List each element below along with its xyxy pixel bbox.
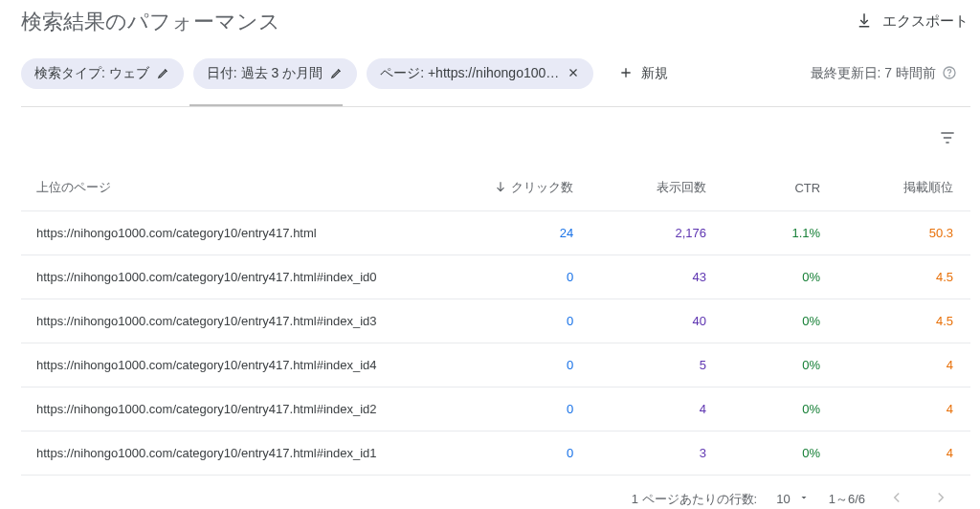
cell-ctr: 0% <box>724 387 837 432</box>
cell-impressions: 40 <box>590 299 724 343</box>
col-header-position[interactable]: 掲載順位 <box>837 165 970 211</box>
cell-impressions: 5 <box>590 343 724 387</box>
search-type-chip[interactable]: 検索タイプ: ウェブ <box>21 58 184 89</box>
page-title: 検索結果のパフォーマンス <box>21 8 280 36</box>
performance-table: 上位のページ クリック数 表示回数 CTR <box>21 165 970 476</box>
pencil-icon <box>330 66 344 82</box>
cell-impressions: 3 <box>590 432 724 476</box>
cell-clicks: 0 <box>457 255 590 299</box>
cell-page[interactable]: https://nihongo1000.com/category10/entry… <box>21 299 457 343</box>
rows-per-page-value: 10 <box>776 492 790 506</box>
filter-icon[interactable] <box>932 122 963 157</box>
page-filter-label: ページ: +https://nihongo100… <box>380 65 559 82</box>
cell-clicks: 0 <box>457 299 590 343</box>
prev-page-button[interactable] <box>884 485 909 509</box>
cell-ctr: 0% <box>724 343 837 387</box>
table-row[interactable]: https://nihongo1000.com/category10/entry… <box>21 387 970 432</box>
export-button[interactable]: エクスポート <box>854 6 970 37</box>
plus-icon <box>618 65 634 83</box>
cell-clicks: 0 <box>457 343 590 387</box>
cell-position: 4.5 <box>837 255 970 299</box>
next-page-button[interactable] <box>928 485 953 509</box>
date-range-chip[interactable]: 日付: 過去 3 か月間 <box>193 58 357 89</box>
export-label: エクスポート <box>882 12 969 31</box>
cell-position: 4.5 <box>837 299 970 343</box>
cell-page[interactable]: https://nihongo1000.com/category10/entry… <box>21 432 457 476</box>
cell-page[interactable]: https://nihongo1000.com/category10/entry… <box>21 387 457 432</box>
cell-impressions: 4 <box>590 387 724 432</box>
col-header-impressions[interactable]: 表示回数 <box>590 165 724 211</box>
add-new-button[interactable]: 新規 <box>609 59 678 89</box>
cell-position: 4 <box>837 387 970 432</box>
last-updated-text: 最終更新日: 7 時間前 <box>811 65 959 83</box>
cell-ctr: 0% <box>724 255 837 299</box>
table-row[interactable]: https://nihongo1000.com/category10/entry… <box>21 299 970 343</box>
arrow-down-icon <box>494 180 507 196</box>
search-type-label: 検索タイプ: ウェブ <box>34 65 149 82</box>
cell-ctr: 1.1% <box>724 211 837 255</box>
cell-ctr: 0% <box>724 299 837 343</box>
date-range-label: 日付: 過去 3 か月間 <box>207 65 323 82</box>
page-filter-chip[interactable]: ページ: +https://nihongo100… <box>367 58 593 89</box>
table-row[interactable]: https://nihongo1000.com/category10/entry… <box>21 255 970 299</box>
table-row[interactable]: https://nihongo1000.com/category10/entry… <box>21 432 970 476</box>
download-icon <box>856 11 873 32</box>
table-row[interactable]: https://nihongo1000.com/category10/entry… <box>21 343 970 387</box>
add-new-label: 新規 <box>641 65 668 82</box>
table-row[interactable]: https://nihongo1000.com/category10/entry… <box>21 211 970 255</box>
col-header-page[interactable]: 上位のページ <box>21 165 457 211</box>
pagination-range: 1～6/6 <box>829 491 865 508</box>
pencil-icon <box>157 66 170 82</box>
rows-per-page-label: 1 ページあたりの行数: <box>632 491 757 508</box>
close-icon[interactable] <box>567 66 580 82</box>
cell-impressions: 43 <box>590 255 724 299</box>
col-header-ctr[interactable]: CTR <box>724 165 837 211</box>
svg-point-1 <box>949 76 950 77</box>
cell-ctr: 0% <box>724 432 837 476</box>
cell-position: 4 <box>837 432 970 476</box>
cell-position: 50.3 <box>837 211 970 255</box>
cell-impressions: 2,176 <box>590 211 724 255</box>
rows-per-page-select[interactable]: 10 <box>776 492 809 506</box>
cell-clicks: 0 <box>457 432 590 476</box>
cell-page[interactable]: https://nihongo1000.com/category10/entry… <box>21 211 457 255</box>
help-icon[interactable] <box>942 65 957 83</box>
cell-position: 4 <box>837 343 970 387</box>
cell-page[interactable]: https://nihongo1000.com/category10/entry… <box>21 343 457 387</box>
cell-clicks: 0 <box>457 387 590 432</box>
col-header-clicks[interactable]: クリック数 <box>457 165 590 211</box>
caret-down-icon <box>798 492 810 506</box>
cell-page[interactable]: https://nihongo1000.com/category10/entry… <box>21 255 457 299</box>
cell-clicks: 24 <box>457 211 590 255</box>
